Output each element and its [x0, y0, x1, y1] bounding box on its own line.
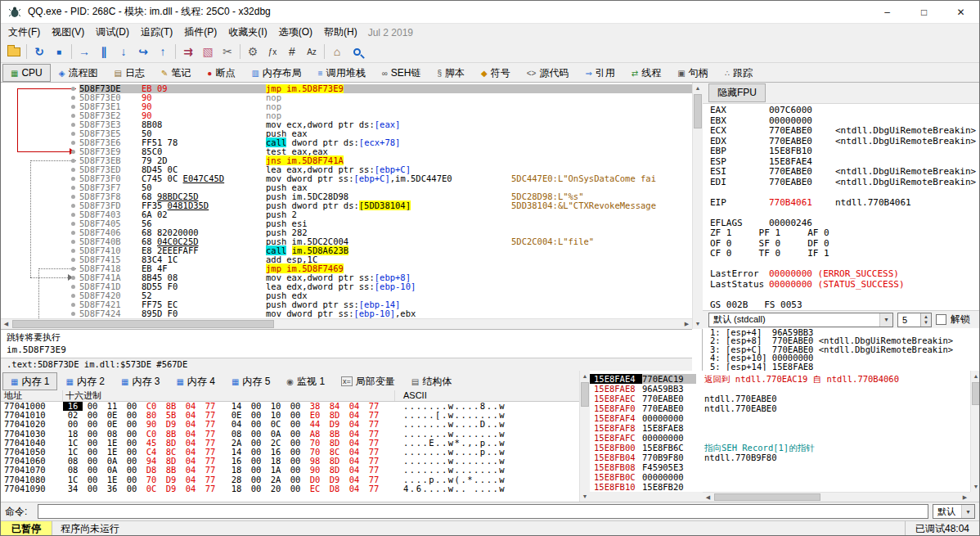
calling-convention-select[interactable]: 默认 (stdcall) ▾ — [708, 313, 893, 327]
argument-row[interactable]: 5: [esp+14] 15E8FAE8 — [710, 363, 980, 371]
disasm-row[interactable]: 5D8F7424895D F0mov dword ptr ss:[ebp-10]… — [1, 309, 692, 318]
tab-符号[interactable]: ◆符号 — [473, 64, 519, 82]
open-file-icon[interactable] — [4, 43, 24, 61]
scissors-icon[interactable]: ✂ — [218, 43, 237, 61]
tab-日志[interactable]: ▤日志 — [106, 64, 153, 82]
menu-item[interactable]: 选项(O) — [273, 25, 318, 39]
menu-item[interactable]: 文件(F) — [2, 25, 46, 39]
breakpoint-dot[interactable] — [71, 285, 75, 289]
breakpoint-dot[interactable] — [71, 312, 75, 316]
maximize-button[interactable]: □ — [906, 1, 942, 23]
register-row[interactable]: LastError00000000 (ERROR_SUCCESS) — [710, 269, 980, 280]
menu-item[interactable]: 收藏夹(I) — [223, 25, 272, 39]
breakpoint-dot[interactable] — [71, 204, 75, 208]
disassembly-hscrollbar[interactable]: ◀ ▶ — [1, 318, 692, 329]
tab-断点[interactable]: ●断点 — [199, 64, 243, 82]
bottom-tab-内存 5[interactable]: ▦内存 5 — [223, 372, 278, 390]
menu-item[interactable]: 插件(P) — [178, 25, 223, 39]
flags-row[interactable]: ZF 1 PF 1 AF 0 — [710, 228, 980, 239]
execute-till-return-icon[interactable]: ↑ — [153, 43, 173, 61]
tab-跟踪[interactable]: ∴跟踪 — [717, 64, 761, 82]
scroll-up-icon[interactable]: ▲ — [580, 371, 590, 381]
scroll-thumb[interactable] — [694, 94, 702, 128]
calculator-fx-icon[interactable]: ƒx — [263, 43, 282, 61]
breakpoint-dot[interactable] — [71, 276, 75, 280]
tab-笔记[interactable]: ✎笔记 — [153, 64, 199, 82]
step-over-icon[interactable]: ↪ — [133, 43, 153, 61]
scroll-thumb[interactable] — [581, 382, 589, 407]
breakpoint-dot[interactable] — [71, 132, 75, 136]
stack-vscrollbar[interactable]: ▲ ▼ — [970, 371, 980, 492]
hide-fpu-button[interactable]: 隐藏FPU — [708, 83, 766, 102]
bottom-tab-内存 1[interactable]: ▦内存 1 — [2, 372, 57, 390]
dump-row[interactable]: 7704107008000A00D88B047718001A00908D0477… — [1, 466, 579, 475]
stop-icon[interactable]: ■ — [49, 43, 69, 61]
stack-row[interactable]: 15E8FAE896A59BB3 — [590, 384, 970, 394]
dump-row[interactable]: 77041090340036000CD9047718002000ECD80477… — [1, 484, 579, 493]
breakpoint-dot[interactable] — [71, 114, 75, 118]
register-row[interactable]: EDX770EABE0<ntdll.DbgUiRemoteBreakin> — [710, 137, 980, 147]
run-icon[interactable]: → — [74, 43, 94, 61]
flags-row[interactable]: GS 002B FS 0053 — [710, 300, 980, 311]
search-icon[interactable] — [347, 43, 366, 61]
step-into-icon[interactable]: ↓ — [114, 43, 133, 61]
register-row[interactable]: EBP15E8FB10 — [710, 146, 980, 157]
scroll-down-icon[interactable]: ▼ — [580, 491, 590, 502]
stack-hscrollbar[interactable]: ◀ ▶ — [703, 492, 970, 502]
command-input[interactable] — [38, 504, 928, 519]
tab-脚本[interactable]: §脚本 — [429, 64, 474, 82]
stack-row[interactable]: 15E8FAFC00000000 — [590, 433, 970, 443]
restart-icon[interactable]: ↻ — [29, 43, 49, 61]
stack-row[interactable]: 15E8FB1015E8FB20 — [590, 482, 970, 492]
breakpoint-dot[interactable] — [71, 240, 75, 244]
breakpoint-dot[interactable] — [71, 105, 75, 109]
stack-row[interactable]: 15E8FAF400000000 — [590, 413, 970, 423]
tab-内存布局[interactable]: ▥内存布局 — [243, 64, 309, 82]
stack-row[interactable]: 15E8FB04770B9F80ntdll.770B9F80 — [590, 453, 970, 462]
register-row[interactable]: EDI770EABE0<ntdll.DbgUiRemoteBreakin> — [710, 178, 980, 188]
minimize-button[interactable]: – — [869, 1, 906, 23]
menu-item[interactable]: 追踪(T) — [135, 25, 178, 39]
breakpoint-dot[interactable] — [71, 231, 75, 235]
tab-SEH链[interactable]: ∞SEH链 — [374, 64, 429, 82]
breakpoint-dot[interactable] — [71, 159, 75, 163]
disassembly-vscrollbar[interactable]: ▲ ▼ — [692, 83, 703, 329]
register-row[interactable]: LastStatus00000000 (STATUS_SUCCESS) — [710, 280, 980, 291]
breakpoint-dot[interactable] — [71, 186, 75, 190]
argument-row[interactable]: 4: [esp+10] 00000000 — [710, 354, 980, 362]
bottom-tab-局部变量[interactable]: x=局部变量 — [333, 372, 403, 390]
tab-引用[interactable]: ⇒引用 — [577, 64, 623, 82]
menu-item[interactable]: 帮助(H) — [318, 25, 363, 39]
hash-icon[interactable]: # — [282, 43, 302, 61]
stack-row[interactable]: 15E8FB08F45905E3 — [590, 462, 970, 472]
register-row[interactable]: EIP770B4061ntdll.770B4061 — [710, 198, 980, 209]
breakpoint-dot[interactable] — [71, 249, 75, 253]
breakpoint-dot[interactable] — [71, 123, 75, 127]
tab-调用堆栈[interactable]: ≡调用堆栈 — [310, 64, 374, 82]
patches-icon[interactable]: ▧ — [198, 43, 218, 61]
breakpoint-dot[interactable] — [71, 294, 75, 298]
register-row[interactable]: EAX007C6000 — [710, 106, 980, 116]
stack-row[interactable]: 15E8FB0015E8FB6C指向SEH_Record[1]的指针 — [590, 443, 970, 453]
breakpoint-dot[interactable] — [71, 96, 75, 100]
breakpoint-dot[interactable] — [71, 222, 75, 226]
bottom-tab-内存 2[interactable]: ▦内存 2 — [57, 372, 112, 390]
stack-row[interactable]: 15E8FAE4770EAC19返回到 ntdll.770EAC19 自 ntd… — [590, 374, 970, 384]
stack-row[interactable]: 15E8FAF815E8FAE8 — [590, 423, 970, 433]
breakpoint-dot[interactable] — [71, 267, 75, 271]
scroll-thumb[interactable] — [12, 320, 274, 328]
scroll-down-icon[interactable]: ▼ — [971, 481, 980, 492]
stack-row[interactable]: 15E8FAF0770EABE0ntdll.770EABE0 — [590, 403, 970, 413]
scroll-up-icon[interactable]: ▲ — [971, 371, 980, 381]
arg-count-spinner[interactable]: 5 ▲▼ — [897, 313, 932, 327]
tab-流程图[interactable]: ◈流程图 — [51, 64, 106, 82]
breakpoint-dot[interactable] — [71, 258, 75, 262]
exit-icon[interactable]: ⌂ — [327, 43, 347, 61]
dump-row[interactable]: 770410801C001E0070D9047728002A00D0D90477… — [1, 475, 579, 484]
spinner-arrows-icon[interactable]: ▲▼ — [920, 313, 931, 327]
command-profile-select[interactable]: 默认 ▾ — [933, 504, 975, 519]
font-az-icon[interactable]: Az — [302, 43, 321, 61]
bottom-tab-内存 3[interactable]: ▦内存 3 — [113, 372, 168, 390]
dump-row[interactable]: 7704102000000E0090D9047704000C0044D90477… — [1, 420, 579, 429]
scroll-thumb[interactable] — [714, 493, 820, 501]
